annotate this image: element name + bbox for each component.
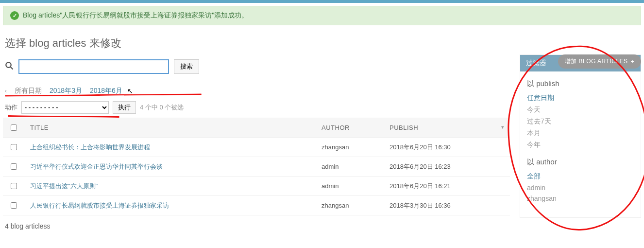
search-icon <box>5 61 14 72</box>
filter-item[interactable]: 过去7天 <box>527 116 634 127</box>
row-author: zhangsan <box>316 196 384 215</box>
row-author: zhangsan <box>316 138 384 157</box>
select-all-checkbox[interactable] <box>11 124 17 131</box>
sort-desc-icon: ▾ <box>501 124 505 130</box>
results-table: TITLE AUTHOR PUBLISH ▾ 上合组织秘书长：上合将影响世界发展… <box>3 118 510 215</box>
add-button[interactable]: 增加 BLOG ARTICLES + <box>558 54 641 69</box>
actions-select[interactable]: --------- <box>21 101 109 114</box>
svg-point-0 <box>6 62 11 68</box>
th-title[interactable]: TITLE <box>24 118 316 138</box>
filter-item[interactable]: zhangsan <box>527 193 634 204</box>
row-author: admin <box>316 177 384 196</box>
actions-label: 动作 <box>5 103 17 112</box>
filter-title-publish: 以 publish <box>527 79 634 89</box>
selection-counter: 4 个中 0 个被选 <box>140 103 184 112</box>
search-button[interactable]: 搜索 <box>174 59 199 74</box>
row-publish: 2018年6月20日 16:30 <box>384 138 510 157</box>
page-title: 选择 blog articles 来修改 <box>5 36 510 51</box>
success-prefix: Blog articles" <box>23 11 62 19</box>
th-publish[interactable]: PUBLISH ▾ <box>384 118 510 138</box>
table-row: 习近平提出这"六大原则"admin2018年6月20日 16:21 <box>3 177 510 196</box>
row-title-link[interactable]: 人民银行行长易纲就股市接受上海证券报独家采访 <box>30 202 169 209</box>
date-link-1[interactable]: 2018年6月 <box>90 87 122 95</box>
check-icon: ✓ <box>10 11 19 20</box>
success-suffix: "添加成功。 <box>212 11 248 19</box>
row-publish: 2018年6月20日 16:23 <box>384 157 510 177</box>
plus-icon: + <box>630 58 634 65</box>
filter-panel: 过滤器 以 publish 任意日期今天过去7天本月今年 以 author 全部… <box>520 54 641 218</box>
top-strip <box>0 0 644 3</box>
table-row: 习近平举行仪式欢迎金正恩访华并同其举行会谈admin2018年6月20日 16:… <box>3 157 510 177</box>
success-text: Blog articles"人民银行行长易纲就股市接受上海证券报独家采访"添加成… <box>23 11 248 20</box>
search-row: 搜索 <box>5 59 510 74</box>
date-hierarchy: ‹ 所有日期 2018年3月 2018年6月 ↖ <box>5 87 510 95</box>
svg-line-1 <box>10 67 13 69</box>
filter-item[interactable]: 任意日期 <box>527 92 634 104</box>
th-checkbox <box>3 118 24 138</box>
row-title-link[interactable]: 上合组织秘书长：上合将影响世界发展进程 <box>30 143 150 151</box>
filter-item[interactable]: 今年 <box>527 139 634 151</box>
row-checkbox[interactable] <box>11 202 17 209</box>
row-title-link[interactable]: 习近平举行仪式欢迎金正恩访华并同其举行会谈 <box>30 163 163 170</box>
date-link-0[interactable]: 2018年3月 <box>50 87 82 95</box>
row-checkbox[interactable] <box>11 144 17 150</box>
table-row: 上合组织秘书长：上合将影响世界发展进程zhangsan2018年6月20日 16… <box>3 138 510 157</box>
success-link[interactable]: 人民银行行长易纲就股市接受上海证券报独家采访 <box>62 11 212 19</box>
search-input[interactable] <box>18 59 169 74</box>
row-checkbox[interactable] <box>11 163 17 170</box>
paginator: 4 blog articless <box>3 215 510 237</box>
go-button[interactable]: 执行 <box>113 101 136 114</box>
add-button-label: 增加 BLOG ARTICLES <box>565 57 628 66</box>
cursor-icon: ↖ <box>127 87 133 95</box>
chevron-left-icon: ‹ <box>5 88 7 94</box>
row-author: admin <box>316 157 384 177</box>
th-author[interactable]: AUTHOR <box>316 118 384 138</box>
table-row: 人民银行行长易纲就股市接受上海证券报独家采访zhangsan2018年3月30日… <box>3 196 510 215</box>
row-publish: 2018年6月20日 16:21 <box>384 177 510 196</box>
row-title-link[interactable]: 习近平提出这"六大原则" <box>30 182 98 190</box>
filter-item[interactable]: 本月 <box>527 127 634 139</box>
actions-row: 动作 --------- 执行 4 个中 0 个被选 <box>5 101 510 114</box>
row-publish: 2018年3月30日 16:36 <box>384 196 510 215</box>
filter-item[interactable]: admin <box>527 182 634 193</box>
filter-title-author: 以 author <box>527 158 634 167</box>
filter-item[interactable]: 今天 <box>527 104 634 116</box>
row-checkbox[interactable] <box>11 183 17 189</box>
success-message: ✓ Blog articles"人民银行行长易纲就股市接受上海证券报独家采访"添… <box>3 6 641 25</box>
th-publish-label: PUBLISH <box>390 124 418 131</box>
date-all[interactable]: 所有日期 <box>15 87 42 95</box>
filter-item[interactable]: 全部 <box>527 171 634 182</box>
